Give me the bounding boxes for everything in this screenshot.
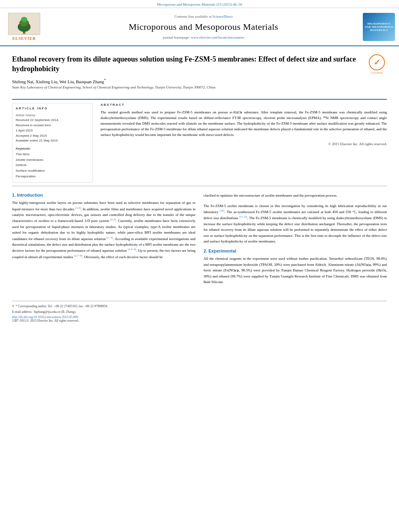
article-authors: Shifeng Nai, Xiufeng Liu, Wei Liu, Baoqu… [12,78,363,84]
footer-corresponding-note: * * Corresponding author. Tel.: +86 22 2… [12,304,387,309]
article-title: Ethanol recovery from its dilute aqueous… [12,54,363,74]
crossmark-icon: ✓ [369,54,385,70]
footer-issn: 1387-1811/© 2015 Elsevier Inc. All right… [12,319,387,322]
title-divider [12,99,387,100]
article-info-title: ARTICLE INFO [16,107,89,110]
journal-title-banner: Microporous and Mesoporous Materials [50,22,357,32]
journal-homepage-link[interactable]: www.elsevier.com/locate/micromeso [191,35,244,39]
history-label: Article history: [16,113,89,117]
available-online-date: Available online 21 May 2015 [16,138,89,144]
keyword-zeolite-membranes: Zeolite membranes [16,157,89,163]
ref-2-3: [2,3] [110,218,115,221]
journal-citation-text: Microporous and Mesoporous Materials 215… [157,2,242,6]
abstract-title: ABSTRACT [101,103,387,107]
article-title-text: Ethanol recovery from its dilute aqueous… [12,54,363,92]
svg-point-7 [22,21,23,23]
intro-para2: The Fe-ZSM-5 zeolite membrane is chosen … [204,203,387,244]
footer-email-line: E-mail address: bqzhang@tju.edu.cn (B. Z… [12,310,387,314]
svg-point-6 [27,23,29,25]
footer-email-label: E-mail address: [12,310,32,314]
footer-doi[interactable]: http://dx.doi.org/10.1016/j.micromeso.20… [12,315,387,319]
content-divider [12,186,387,186]
crossmark-badge: ✓ CrossMark [367,54,387,74]
body-col-right: clarified to optimize the microstructure… [204,193,387,285]
footer-corresponding-text: * Corresponding author. Tel.: +86 22 274… [16,304,108,309]
ref-1-2: [1,2] [75,206,80,210]
sciencedirect-line: Contents lists available at ScienceDirec… [50,14,357,18]
keyword-thin-films: Thin films [16,152,89,157]
keyword-pervaporation: Pervaporation [16,174,89,179]
body-section: 1. Introduction The highly-intergrown ze… [12,193,387,285]
keyword-defects: Defects [16,162,89,168]
accepted-date: Accepted 2 May 2015 [16,134,89,139]
sciencedirect-link[interactable]: ScienceDirect [212,14,232,18]
journal-banner-center: Contents lists available at ScienceDirec… [48,11,359,42]
revised-date: 1 April 2015 [16,128,89,134]
elsevier-logo-text: ELSEVIER [12,36,36,41]
article-info-abstract: ARTICLE INFO Article history: Received 2… [12,103,387,183]
article-info-box: ARTICLE INFO Article history: Received 2… [12,103,93,183]
article-affiliation: State Key Laboratory of Chemical Enginee… [12,85,363,89]
intro-continuation: clarified to optimize the microstructure… [204,193,387,198]
keywords-section: Keywords: Thin films Zeolite membranes D… [16,147,89,179]
journal-citation-header: Microporous and Mesoporous Materials 215… [0,0,399,8]
article-title-section: Ethanol recovery from its dilute aqueous… [12,54,387,96]
ref-11-12: [11,12] [239,215,247,218]
journal-homepage-line: journal homepage: www.elsevier.com/locat… [50,35,357,39]
keyword-surface-modification: Surface modification [16,168,89,174]
ref-1-4-6: [1,4−6] [128,248,136,251]
crossmark-label: CrossMark [370,71,383,74]
right-column: ABSTRACT The seeded growth method was us… [101,103,387,183]
introduction-text: The highly-intergrown zeolite layers on … [12,200,195,260]
received-revised-label: Received in revised form [16,123,89,128]
copyright-line: © 2015 Elsevier Inc. All rights reserved… [101,142,387,146]
received-date: Received 22 September 2014 [16,118,89,123]
ref-10: [10] [220,209,224,212]
elsevier-logo-container: ELSEVIER [0,11,48,42]
article-content: Ethanol recovery from its dilute aqueous… [0,46,399,293]
svg-point-5 [19,24,21,26]
introduction-heading: 1. Introduction [12,193,195,197]
article-history: Article history: Received 22 September 2… [16,113,89,144]
body-two-col: 1. Introduction The highly-intergrown ze… [12,193,387,285]
keywords-label: Keywords: [16,147,89,150]
journal-banner: ELSEVIER Contents lists available at Sci… [0,8,399,46]
experimental-heading: 2. Experimental [204,249,387,253]
svg-point-8 [26,25,27,27]
ref-1-3: [1−3] [107,236,113,239]
abstract-text: The seeded growth method was used to pre… [101,110,387,138]
journal-logo-right: MICROPOROUS AND MESOPOROUS MATERIALS [363,13,395,41]
elsevier-tree-image [8,13,40,35]
footer-email-address: bqzhang@tju.edu.cn (B. Zhang). [34,310,76,314]
left-column: ARTICLE INFO Article history: Received 2… [12,103,93,183]
elsevier-logo: ELSEVIER [8,13,40,41]
page-footer: * * Corresponding author. Tel.: +86 22 2… [12,301,387,322]
experimental-text: All the chemical reagents in the experim… [204,256,387,285]
journal-banner-right: MICROPOROUS AND MESOPOROUS MATERIALS [359,11,399,42]
ref-1-7-9: [1,7−9] [74,254,82,257]
body-col-left: 1. Introduction The highly-intergrown ze… [12,193,195,285]
